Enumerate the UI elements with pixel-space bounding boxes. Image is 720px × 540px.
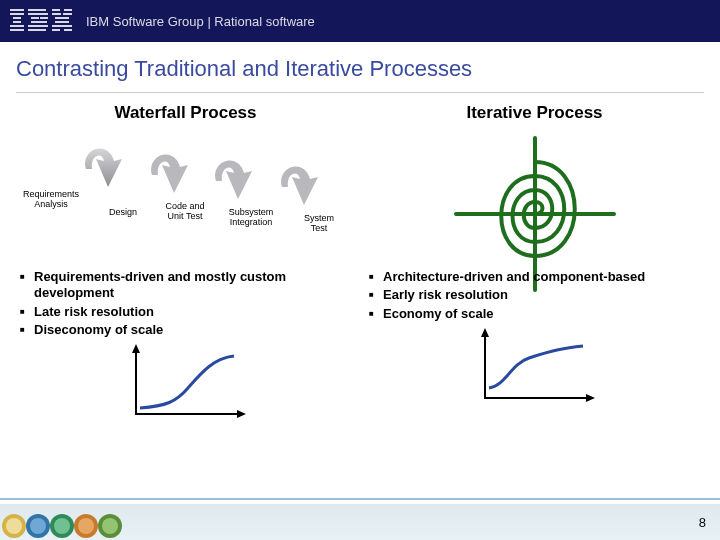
bullet-item: Diseconomy of scale bbox=[34, 322, 353, 338]
page-number: 8 bbox=[699, 515, 706, 530]
svg-point-40 bbox=[102, 518, 118, 534]
page-title: Contrasting Traditional and Iterative Pr… bbox=[16, 56, 704, 93]
svg-rect-0 bbox=[10, 9, 24, 11]
waterfall-arrow-icon bbox=[78, 135, 128, 193]
iterative-bullets: Architecture-driven and component-based … bbox=[365, 267, 704, 322]
footer-bar: 8 bbox=[0, 498, 720, 540]
svg-rect-17 bbox=[55, 17, 62, 19]
svg-rect-11 bbox=[28, 25, 48, 27]
bullet-item: Architecture-driven and component-based bbox=[383, 269, 702, 285]
svg-rect-14 bbox=[64, 9, 72, 11]
svg-rect-19 bbox=[55, 21, 69, 23]
svg-rect-15 bbox=[52, 13, 61, 15]
iterative-bullets-block: Architecture-driven and component-based … bbox=[365, 267, 704, 422]
svg-rect-4 bbox=[10, 25, 24, 27]
waterfall-arrow-icon bbox=[208, 147, 258, 205]
svg-rect-10 bbox=[31, 21, 47, 23]
svg-rect-1 bbox=[10, 13, 24, 15]
svg-rect-24 bbox=[64, 29, 72, 31]
svg-rect-5 bbox=[10, 29, 24, 31]
svg-rect-23 bbox=[52, 29, 60, 31]
bullet-item: Late risk resolution bbox=[34, 304, 353, 320]
svg-rect-12 bbox=[28, 29, 46, 31]
svg-marker-30 bbox=[586, 394, 595, 402]
header-bar: IBM Software Group | Rational software bbox=[0, 0, 720, 42]
waterfall-heading: Waterfall Process bbox=[16, 103, 355, 123]
waterfall-phase-label: Design bbox=[96, 207, 150, 217]
svg-rect-2 bbox=[13, 17, 21, 19]
svg-point-34 bbox=[30, 518, 46, 534]
iterative-curve-icon bbox=[475, 328, 595, 406]
iterative-heading: Iterative Process bbox=[365, 103, 704, 123]
svg-rect-3 bbox=[13, 21, 21, 23]
bullets-row: Requirements-driven and mostly custom de… bbox=[0, 263, 720, 422]
svg-rect-7 bbox=[28, 13, 48, 15]
waterfall-phase-label: Requirements Analysis bbox=[16, 189, 86, 210]
svg-rect-9 bbox=[40, 17, 48, 19]
medallion-icon bbox=[96, 506, 124, 540]
ibm-logo bbox=[10, 9, 72, 33]
waterfall-phase-label: Subsystem Integration bbox=[220, 207, 282, 228]
svg-marker-29 bbox=[481, 328, 489, 337]
svg-rect-8 bbox=[31, 17, 39, 19]
svg-rect-20 bbox=[52, 25, 60, 27]
waterfall-arrow-icon bbox=[144, 141, 194, 199]
footer-medallion-strip bbox=[0, 504, 120, 540]
ibm-logo-icon bbox=[10, 9, 72, 33]
bullet-item: Requirements-driven and mostly custom de… bbox=[34, 269, 353, 302]
svg-point-38 bbox=[78, 518, 94, 534]
bullet-item: Early risk resolution bbox=[383, 287, 702, 303]
waterfall-arrow-icon bbox=[274, 153, 324, 211]
svg-rect-22 bbox=[64, 25, 72, 27]
svg-rect-13 bbox=[52, 9, 60, 11]
svg-marker-27 bbox=[132, 344, 140, 353]
header-text: IBM Software Group | Rational software bbox=[86, 14, 315, 29]
bullet-item: Economy of scale bbox=[383, 306, 702, 322]
waterfall-phase-label: Code and Unit Test bbox=[156, 201, 214, 222]
waterfall-bullets: Requirements-driven and mostly custom de… bbox=[16, 267, 355, 338]
svg-point-36 bbox=[54, 518, 70, 534]
waterfall-bullets-block: Requirements-driven and mostly custom de… bbox=[16, 267, 355, 422]
title-block: Contrasting Traditional and Iterative Pr… bbox=[0, 42, 720, 99]
svg-rect-6 bbox=[28, 9, 46, 11]
svg-point-32 bbox=[6, 518, 22, 534]
waterfall-phase-label: System Test bbox=[294, 213, 344, 234]
svg-rect-16 bbox=[63, 13, 72, 15]
waterfall-curve-icon bbox=[126, 344, 246, 422]
svg-marker-28 bbox=[237, 410, 246, 418]
svg-rect-18 bbox=[62, 17, 69, 19]
